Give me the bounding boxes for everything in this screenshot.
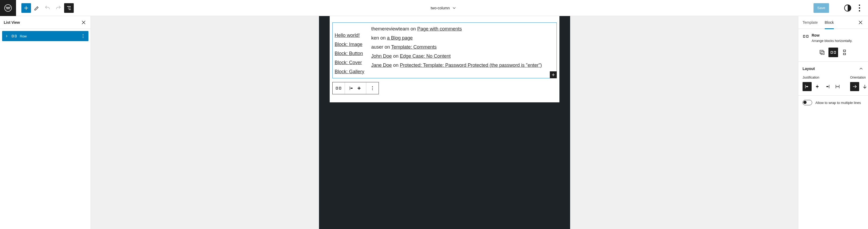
layout-panel-title: Layout: [803, 66, 815, 71]
wordpress-logo-button[interactable]: [0, 0, 16, 16]
left-column: Hello world! Block: Image Block: Button …: [335, 25, 364, 75]
svg-rect-25: [806, 86, 808, 87]
list-item[interactable]: Block: Gallery: [335, 68, 364, 76]
styles-button[interactable]: [843, 3, 852, 13]
block-inserter-button[interactable]: [21, 3, 31, 13]
comment-author[interactable]: John Doe: [371, 53, 392, 59]
wrap-toggle[interactable]: [803, 100, 812, 105]
save-button[interactable]: Save: [813, 3, 829, 13]
justification-control[interactable]: [345, 82, 366, 94]
chevron-down-icon: [452, 6, 457, 10]
arrow-right-icon: [852, 84, 858, 89]
redo-button[interactable]: [54, 3, 63, 13]
svg-rect-19: [820, 50, 823, 53]
svg-rect-22: [834, 51, 836, 53]
block-type-button[interactable]: [333, 82, 345, 94]
svg-rect-23: [843, 50, 845, 52]
add-block-button[interactable]: [550, 71, 557, 78]
comment-post-link[interactable]: a Blog page: [387, 35, 413, 40]
main-area: List View Row Hello world!: [0, 16, 868, 229]
svg-rect-11: [336, 87, 338, 89]
group-variation-button[interactable]: [817, 48, 827, 57]
close-icon: [857, 19, 864, 26]
list-view-close-button[interactable]: [81, 19, 87, 26]
stack-icon: [841, 49, 848, 56]
block-name: Row: [812, 33, 852, 37]
row-block-icon: [803, 33, 809, 39]
svg-rect-17: [803, 35, 805, 37]
comment-author[interactable]: Jane Doe: [371, 62, 392, 68]
list-item[interactable]: Block: Image: [335, 41, 364, 48]
template-title: two-column: [431, 6, 450, 10]
list-view-panel: List View Row: [0, 16, 91, 229]
layout-variation-buttons: [803, 48, 864, 57]
pencil-icon: [34, 5, 40, 11]
top-toolbar: two-column Save: [0, 0, 868, 16]
options-button[interactable]: [855, 3, 864, 13]
list-view-toggle-button[interactable]: [64, 3, 74, 13]
justify-space-between-button[interactable]: [833, 82, 842, 91]
row-variation-button[interactable]: [829, 48, 838, 57]
comment-item: themereviewteam on Page with comments: [371, 25, 542, 33]
chevron-up-icon[interactable]: [858, 66, 864, 71]
editor-canvas[interactable]: Hello world! Block: Image Block: Button …: [330, 16, 559, 102]
chevron-right-icon: [5, 34, 8, 38]
plus-icon: [356, 85, 362, 91]
comment-author: auser: [371, 45, 383, 50]
comment-post-link[interactable]: Page with comments: [417, 26, 462, 31]
layout-panel: Layout Justification Orientation: [798, 62, 868, 96]
settings-button[interactable]: [831, 3, 841, 13]
sidebar-close-button[interactable]: [857, 19, 864, 26]
justification-label: Justification: [803, 76, 842, 79]
plus-icon: [551, 73, 556, 77]
comment-on-text: on: [383, 45, 392, 50]
svg-point-16: [372, 89, 373, 90]
row-block-icon: [830, 49, 836, 56]
tab-block[interactable]: Block: [825, 16, 834, 29]
comment-on-text: on: [392, 53, 400, 59]
comment-post-link[interactable]: Template: Comments: [391, 45, 437, 50]
orientation-horizontal-button[interactable]: [850, 82, 859, 91]
orientation-vertical-button[interactable]: [860, 82, 868, 91]
tools-button[interactable]: [32, 3, 42, 13]
block-more-options[interactable]: [366, 82, 378, 94]
comment-post-link[interactable]: Edge Case: No Content: [400, 53, 451, 59]
more-vertical-icon: [370, 86, 375, 91]
template-title-dropdown[interactable]: two-column: [74, 6, 813, 10]
justify-left-icon: [804, 84, 810, 89]
svg-rect-26: [816, 86, 818, 87]
list-item[interactable]: Hello world!: [335, 32, 364, 39]
list-item[interactable]: Block: Button: [335, 50, 364, 57]
more-vertical-icon[interactable]: [81, 33, 86, 39]
justify-right-button[interactable]: [823, 82, 832, 91]
comment-post-link[interactable]: Protected: Template: Password Protected …: [400, 62, 542, 68]
svg-point-14: [372, 86, 373, 87]
list-item[interactable]: Block: Cover: [335, 59, 364, 66]
more-vertical-icon: [855, 3, 864, 13]
group-icon: [819, 49, 825, 56]
svg-rect-29: [838, 86, 839, 87]
comment-on-text: on: [409, 26, 417, 31]
undo-icon: [44, 5, 51, 11]
undo-button[interactable]: [43, 3, 52, 13]
justify-right-icon: [825, 84, 830, 89]
list-view-item-row[interactable]: Row: [2, 31, 88, 41]
justify-left-icon: [349, 85, 354, 91]
svg-rect-13: [350, 88, 352, 89]
justify-center-button[interactable]: [813, 82, 822, 91]
toolbar-right-group: Save: [813, 3, 868, 13]
wrap-toggle-row: Allow to wrap to multiple lines: [798, 96, 868, 110]
svg-point-8: [83, 34, 84, 35]
svg-rect-27: [826, 86, 828, 87]
plus-icon: [23, 5, 29, 11]
justify-left-button[interactable]: [803, 82, 812, 91]
svg-rect-20: [821, 51, 824, 55]
orientation-control-group: Orientation: [850, 76, 868, 91]
contrast-icon: [843, 3, 852, 13]
selected-row-block[interactable]: Hello world! Block: Image Block: Button …: [332, 23, 557, 78]
comment-item: Jane Doe on Protected: Template: Passwor…: [371, 62, 542, 69]
svg-rect-28: [836, 86, 837, 87]
tab-template[interactable]: Template: [803, 16, 818, 29]
svg-point-9: [83, 36, 84, 37]
stack-variation-button[interactable]: [840, 48, 849, 57]
